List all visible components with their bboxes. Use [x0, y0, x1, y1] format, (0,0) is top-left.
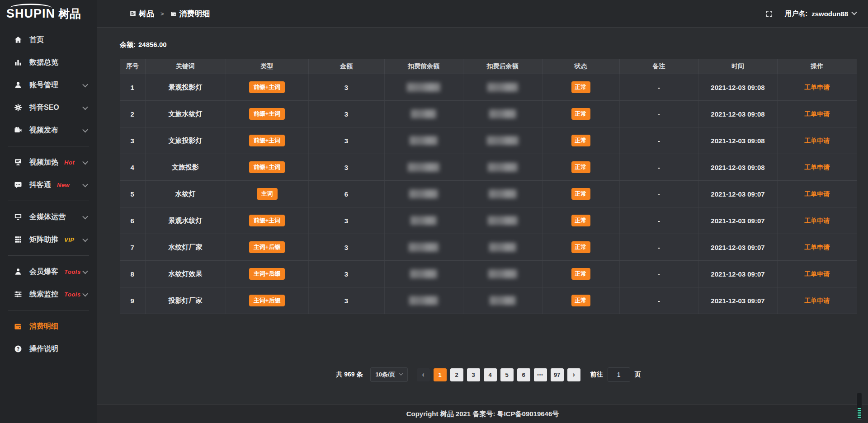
- chevron-down-icon: [83, 106, 87, 110]
- breadcrumb-item-current[interactable]: 消费明细: [170, 9, 210, 19]
- sidebar-item-matrix-boost[interactable]: 矩阵助推VIP: [0, 228, 97, 251]
- work-order-link[interactable]: 工单申请: [804, 84, 830, 91]
- keyword-cell: 景观水纹灯: [145, 207, 226, 234]
- balance-after-cell: [463, 101, 542, 127]
- work-order-link[interactable]: 工单申请: [804, 110, 830, 118]
- brand-logo-cn: 树品: [58, 8, 81, 19]
- index-cell: 7: [120, 234, 145, 261]
- status-badge: 正常: [571, 268, 590, 280]
- column-header-3: 金额: [308, 59, 384, 74]
- keyword-cell: 水纹灯效果: [145, 261, 226, 287]
- user-dropdown[interactable]: 用户名: zswodun88: [785, 9, 856, 18]
- sidebar-item-operation-guide[interactable]: ?操作说明: [0, 338, 97, 360]
- screen-icon: [14, 158, 23, 167]
- sidebar-item-member-baoke[interactable]: 会员爆客Tools: [0, 260, 97, 283]
- page-size-select[interactable]: 10条/页: [370, 367, 408, 382]
- amount-cell: 3: [308, 74, 384, 101]
- sidebar-item-data-overview[interactable]: 数据总览: [0, 51, 97, 74]
- masked-balance-after: [489, 109, 516, 118]
- sidebar-item-douketong[interactable]: 抖客通New: [0, 174, 97, 196]
- sidebar-item-video-heat[interactable]: 视频加热Hot: [0, 151, 97, 174]
- type-cell: 前缀+主词: [226, 154, 308, 181]
- page-button-3[interactable]: 3: [467, 368, 480, 381]
- sidebar-item-label: 矩阵助推: [29, 235, 58, 244]
- work-order-link[interactable]: 工单申请: [804, 297, 830, 304]
- time-cell: 2021-12-03 09:08: [698, 101, 777, 127]
- table-row: 7水纹灯厂家主词+后缀3正常-2021-12-03 09:07工单申请: [120, 234, 857, 261]
- page-button-4[interactable]: 4: [484, 368, 497, 381]
- masked-balance-before: [410, 269, 437, 278]
- sidebar-item-clue-monitor[interactable]: 线索监控Tools: [0, 283, 97, 306]
- status-badge: 正常: [571, 241, 590, 253]
- page-button-6[interactable]: 6: [517, 368, 530, 381]
- column-header-7: 备注: [619, 59, 698, 74]
- brand-logo[interactable]: SHUPIN 树品: [0, 0, 97, 27]
- wallet-icon: [14, 322, 23, 331]
- scroll-widget[interactable]: [857, 393, 862, 420]
- sidebar-item-badge: Tools: [64, 291, 81, 298]
- balance-after-cell: [463, 74, 542, 101]
- chat-icon: [14, 180, 23, 189]
- sidebar-item-all-media-operation[interactable]: 全媒体运营: [0, 206, 97, 228]
- balance-after-cell: [463, 261, 542, 287]
- page-button-5[interactable]: 5: [500, 368, 514, 381]
- sidebar-item-consumption-detail[interactable]: 消费明细: [0, 315, 97, 338]
- balance-before-cell: [384, 287, 463, 314]
- keyword-cell: 文旅投影: [145, 154, 226, 181]
- sidebar-item-video-publish[interactable]: 视频发布: [0, 119, 97, 141]
- column-header-5: 扣费后余额: [463, 59, 542, 74]
- chevron-down-icon: [83, 160, 87, 164]
- username-value: zswodun88: [811, 10, 848, 18]
- balance-before-cell: [384, 154, 463, 181]
- time-cell: 2021-12-03 09:07: [698, 261, 777, 287]
- balance-after-cell: [463, 181, 542, 207]
- next-page-button[interactable]: ›: [567, 368, 580, 381]
- breadcrumb-label: 树品: [139, 9, 154, 19]
- masked-balance-before: [410, 136, 438, 145]
- page-button-97[interactable]: 97: [551, 368, 564, 381]
- work-order-link[interactable]: 工单申请: [804, 190, 830, 197]
- status-cell: 正常: [542, 181, 619, 207]
- balance-after-cell: [463, 127, 542, 154]
- type-cell: 主词+后缀: [226, 287, 308, 314]
- prev-page-button[interactable]: ‹: [417, 368, 430, 381]
- chevron-down-icon: [83, 238, 87, 242]
- page-button-1[interactable]: 1: [434, 368, 447, 381]
- breadcrumb-item-home[interactable]: 树品: [130, 9, 154, 19]
- work-order-link[interactable]: 工单申请: [804, 164, 830, 171]
- sidebar-item-label: 抖客通: [29, 180, 51, 190]
- time-cell: 2021-12-03 09:07: [698, 207, 777, 234]
- work-order-link[interactable]: 工单申请: [804, 217, 830, 224]
- remark-cell: -: [619, 74, 698, 101]
- goto-page-input[interactable]: [608, 367, 630, 382]
- remark-cell: -: [619, 207, 698, 234]
- more-pages-button[interactable]: •••: [534, 368, 547, 381]
- sidebar-divider: [8, 146, 89, 146]
- remark-cell: -: [619, 101, 698, 127]
- time-cell: 2021-12-03 09:07: [698, 287, 777, 314]
- work-order-link[interactable]: 工单申请: [804, 244, 830, 251]
- fullscreen-icon[interactable]: [765, 10, 773, 18]
- masked-balance-after: [488, 269, 517, 278]
- sliders-icon: [14, 290, 23, 299]
- breadcrumb-separator: >: [160, 10, 164, 17]
- page-button-2[interactable]: 2: [450, 368, 463, 381]
- sidebar-item-douyin-seo[interactable]: 抖音SEO: [0, 96, 97, 119]
- column-header-0: 序号: [120, 59, 145, 74]
- masked-balance-before: [408, 163, 439, 172]
- type-cell: 主词: [226, 181, 308, 207]
- sidebar-item-home[interactable]: 首页: [0, 28, 97, 51]
- keyword-cell: 水纹灯: [145, 181, 226, 207]
- work-order-link[interactable]: 工单申请: [804, 270, 830, 277]
- goto-page: 前往 页: [590, 367, 641, 382]
- index-cell: 1: [120, 74, 145, 101]
- balance: 余额:24856.00: [120, 40, 857, 49]
- table-row: 4文旅投影前缀+主词3正常-2021-12-03 09:08工单申请: [120, 154, 857, 181]
- type-cell: 前缀+主词: [226, 207, 308, 234]
- status-badge: 正常: [571, 108, 590, 120]
- work-order-link[interactable]: 工单申请: [804, 137, 830, 144]
- sidebar-item-account-management[interactable]: 账号管理: [0, 74, 97, 96]
- amount-cell: 3: [308, 127, 384, 154]
- balance-after-cell: [463, 154, 542, 181]
- table-row: 6景观水纹灯前缀+主词3正常-2021-12-03 09:07工单申请: [120, 207, 857, 234]
